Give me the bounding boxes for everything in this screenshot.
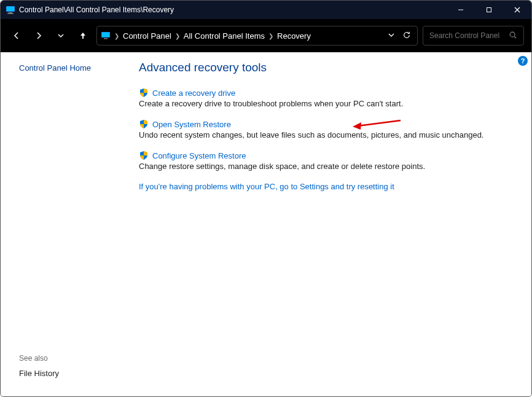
reset-pc-link[interactable]: If you're having problems with your PC, …	[139, 182, 513, 191]
control-panel-home-link[interactable]: Control Panel Home	[19, 63, 133, 73]
address-bar[interactable]: ❯ Control Panel ❯ All Control Panel Item…	[96, 26, 418, 45]
svg-point-11	[510, 32, 515, 37]
search-box[interactable]	[423, 26, 524, 45]
tool-open-system-restore: Open System Restore Undo recent system c…	[139, 119, 513, 140]
close-button[interactable]	[503, 1, 531, 19]
see-also-label: See also	[19, 354, 59, 363]
address-dropdown-button[interactable]	[388, 31, 395, 41]
see-also-section: See also File History	[19, 354, 59, 378]
svg-rect-1	[7, 7, 14, 11]
svg-rect-2	[9, 12, 12, 14]
content-area: ? Control Panel Home See also File Histo…	[1, 52, 531, 396]
page-heading: Advanced recovery tools	[139, 61, 513, 74]
svg-rect-5	[487, 8, 491, 12]
window-title: Control Panel\All Control Panel Items\Re…	[19, 6, 447, 14]
control-panel-icon	[6, 5, 15, 15]
chevron-right-icon: ❯	[175, 33, 180, 39]
refresh-button[interactable]	[402, 31, 411, 41]
chevron-right-icon: ❯	[114, 33, 119, 39]
chevron-right-icon: ❯	[268, 33, 273, 39]
recent-locations-button[interactable]	[52, 27, 69, 44]
svg-line-12	[514, 36, 516, 38]
file-history-link[interactable]: File History	[19, 369, 59, 378]
shield-icon	[139, 119, 149, 129]
tool-create-recovery-drive: Create a recovery drive Create a recover…	[139, 88, 513, 108]
back-button[interactable]	[8, 27, 25, 44]
configure-system-restore-desc: Change restore settings, manage disk spa…	[139, 162, 513, 171]
main-panel: Advanced recovery tools Create a recover…	[133, 52, 531, 396]
shield-icon	[139, 151, 149, 160]
tool-configure-system-restore: Configure System Restore Change restore …	[139, 151, 513, 171]
up-button[interactable]	[74, 27, 92, 44]
open-system-restore-desc: Undo recent system changes, but leave fi…	[139, 130, 513, 140]
window-controls	[447, 1, 531, 19]
forward-button[interactable]	[30, 27, 47, 44]
search-icon[interactable]	[509, 31, 517, 41]
shield-icon	[139, 88, 149, 98]
create-recovery-drive-desc: Create a recovery drive to troubleshoot …	[139, 99, 513, 108]
breadcrumb-root[interactable]: Control Panel	[123, 31, 171, 41]
address-icon	[101, 31, 111, 41]
minimize-button[interactable]	[447, 1, 475, 19]
search-input[interactable]	[429, 31, 503, 40]
breadcrumb-mid[interactable]: All Control Panel Items	[184, 31, 265, 41]
breadcrumb-leaf[interactable]: Recovery	[277, 31, 311, 41]
svg-rect-10	[104, 38, 108, 39]
configure-system-restore-link[interactable]: Configure System Restore	[152, 151, 246, 160]
create-recovery-drive-link[interactable]: Create a recovery drive	[152, 88, 235, 98]
titlebar: Control Panel\All Control Panel Items\Re…	[1, 1, 531, 19]
navbar: ❯ Control Panel ❯ All Control Panel Item…	[1, 19, 531, 52]
svg-rect-9	[102, 33, 109, 37]
maximize-button[interactable]	[475, 1, 503, 19]
open-system-restore-link[interactable]: Open System Restore	[152, 120, 231, 129]
svg-rect-3	[7, 14, 14, 14]
sidebar: Control Panel Home See also File History	[1, 52, 133, 396]
